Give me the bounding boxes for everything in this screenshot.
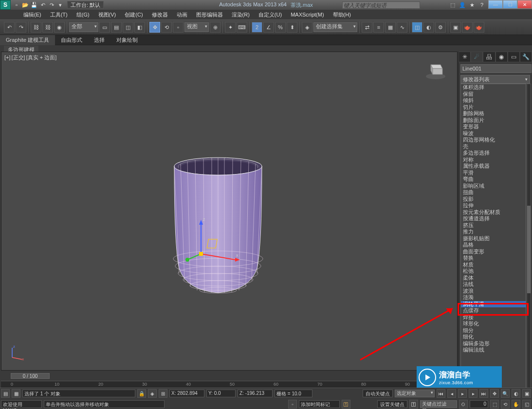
menu-item[interactable]: 组(G): [73, 10, 93, 19]
pivot-icon[interactable]: ⊕: [210, 22, 220, 33]
ribbon-tab[interactable]: 选择: [88, 35, 110, 45]
modifier-item[interactable]: 编辑法线: [461, 347, 526, 354]
time-slider-thumb[interactable]: 0 / 100: [11, 373, 50, 379]
modifier-item[interactable]: 多边形选择: [461, 150, 526, 157]
modifier-item[interactable]: 倾斜: [461, 97, 526, 104]
modifier-item[interactable]: 体积选择: [461, 84, 526, 91]
ribbon-tab[interactable]: 自由形式: [55, 35, 88, 45]
modifier-list-dropdown[interactable]: 修改器列表: [460, 75, 530, 84]
modifier-item[interactable]: 扭曲: [461, 189, 526, 196]
search-input[interactable]: 键入关键字或短语: [342, 1, 420, 9]
modifier-item[interactable]: 保留: [461, 91, 526, 98]
ribbon-tab[interactable]: Graphite 建模工具: [0, 35, 55, 45]
modify-tab-icon[interactable]: ☄: [471, 52, 483, 62]
favorite-icon[interactable]: ★: [468, 1, 476, 9]
keyboard-icon[interactable]: ⌨: [237, 22, 247, 33]
modifier-item[interactable]: 编辑多边形: [461, 340, 526, 347]
keymode-dropdown[interactable]: 选定对象: [395, 390, 435, 397]
scale-icon[interactable]: ▫: [173, 22, 183, 33]
modifier-item[interactable]: 细分: [461, 327, 526, 334]
abs-rel-icon[interactable]: ⊞: [159, 389, 167, 398]
viewport-label[interactable]: [+][正交][真实 + 边面]: [4, 54, 57, 61]
modifier-item[interactable]: 细化: [461, 334, 526, 340]
mirror-icon[interactable]: ⇄: [362, 22, 372, 33]
modifier-item[interactable]: 按通道选择: [461, 215, 526, 222]
infocenter-icon[interactable]: ⬚: [449, 1, 457, 9]
modifier-item[interactable]: 变形器: [461, 124, 526, 130]
layers-icon[interactable]: ▦: [385, 22, 396, 33]
modifier-item[interactable]: 删除网格: [461, 110, 526, 117]
modifier-item[interactable]: 投影: [461, 196, 526, 203]
material-icon[interactable]: ◐: [423, 22, 434, 33]
setkey-button[interactable]: 设置关键点: [377, 400, 407, 408]
qat-save-icon[interactable]: 💾: [30, 1, 38, 9]
snap-2d-icon[interactable]: 2: [252, 22, 262, 33]
menu-item[interactable]: 视图(V): [94, 10, 120, 19]
unlink-icon[interactable]: ⛓: [42, 22, 53, 33]
menu-item[interactable]: 渲染(R): [228, 10, 254, 19]
add-time-tag[interactable]: 添加时间标记: [299, 400, 340, 408]
modifier-item[interactable]: 弯曲: [461, 176, 526, 183]
ref-coord-dropdown[interactable]: 视图: [184, 22, 209, 32]
goto-end-icon[interactable]: ⏭: [479, 389, 488, 398]
snap-percent-icon[interactable]: %: [275, 22, 286, 33]
modifier-item[interactable]: 摄影机贴图: [461, 235, 526, 242]
modifier-item[interactable]: 曲面变形: [461, 249, 526, 255]
named-selection-dropdown[interactable]: 创建选择集: [313, 22, 357, 32]
modifier-item[interactable]: 松弛: [461, 268, 526, 275]
key-big-icon[interactable]: ⚿: [409, 400, 418, 409]
nav-max-icon[interactable]: ◱: [522, 400, 531, 409]
qat-undo-icon[interactable]: ↶: [39, 1, 47, 9]
next-frame-icon[interactable]: ▸: [469, 389, 477, 398]
spinner-snap-icon[interactable]: ⬍: [287, 22, 297, 33]
listener-icon[interactable]: ▦: [12, 389, 20, 398]
align-icon[interactable]: ≡: [373, 22, 384, 33]
modifier-item[interactable]: 属性承载器: [461, 163, 526, 170]
modifier-item[interactable]: 对称: [461, 157, 526, 163]
workspace-selector[interactable]: 工作台: 默认: [67, 1, 104, 9]
time-slider[interactable]: 0 / 100: [1, 373, 458, 380]
select-icon[interactable]: ▭: [99, 22, 110, 33]
nav-orbit-icon[interactable]: ⟲: [501, 400, 510, 409]
modifier-item[interactable]: 波浪: [461, 288, 526, 295]
object-name-field[interactable]: [460, 64, 532, 73]
create-tab-icon[interactable]: ✳: [459, 52, 471, 62]
link-icon[interactable]: ⛓: [31, 22, 41, 33]
render-frame-icon[interactable]: ▣: [450, 22, 461, 33]
manipulate-icon[interactable]: ✦: [225, 22, 236, 33]
modifier-item[interactable]: 挤压: [461, 222, 526, 229]
qat-open-icon[interactable]: 📂: [21, 1, 29, 9]
select-region-icon[interactable]: ◫: [123, 22, 133, 33]
nav-fov-icon[interactable]: ◐: [512, 389, 520, 398]
utilities-tab-icon[interactable]: 🔧: [520, 52, 532, 62]
render-prod-icon[interactable]: 🫖: [462, 22, 473, 33]
nav-zoomext-icon[interactable]: ▣: [522, 389, 531, 398]
snap-angle-icon[interactable]: ∠: [263, 22, 274, 33]
modifier-item[interactable]: 法线: [461, 281, 526, 288]
selection-filter-dropdown[interactable]: 全部: [69, 22, 98, 32]
display-tab-icon[interactable]: ▭: [508, 52, 520, 62]
nav-icon1[interactable]: ⬚: [490, 400, 499, 409]
autokey-button[interactable]: 自动关键点: [363, 390, 393, 397]
modifier-item[interactable]: 影响区域: [461, 183, 526, 190]
scene-object[interactable]: z x: [162, 149, 274, 300]
move-icon[interactable]: ✥: [149, 22, 160, 33]
modifier-item[interactable]: 替换: [461, 255, 526, 262]
window-crossing-icon[interactable]: ◧: [134, 22, 145, 33]
key-filter-dropdown[interactable]: 关键点过滤器...: [420, 400, 457, 408]
modifier-item[interactable]: 涡轮平滑: [461, 301, 526, 308]
modifier-item[interactable]: 按元素分配材质: [461, 209, 526, 216]
modifier-item[interactable]: 噪波: [461, 130, 526, 137]
key-icon[interactable]: ⚿: [342, 400, 350, 409]
render-setup-icon[interactable]: ⚙: [435, 22, 446, 33]
minimize-button[interactable]: —: [488, 0, 503, 9]
modifier-item[interactable]: 柔体: [461, 275, 526, 282]
modifier-item[interactable]: 壳: [461, 143, 526, 150]
modifier-item[interactable]: 晶格: [461, 242, 526, 249]
bind-icon[interactable]: ◉: [54, 22, 65, 33]
modifier-item[interactable]: 球形化: [461, 320, 526, 327]
prev-frame-icon[interactable]: ◂: [447, 389, 456, 398]
viewport[interactable]: [+][正交][真实 + 边面]: [1, 52, 458, 371]
play-icon-btn[interactable]: ▸: [458, 389, 467, 398]
help-icon[interactable]: ?: [478, 1, 486, 9]
